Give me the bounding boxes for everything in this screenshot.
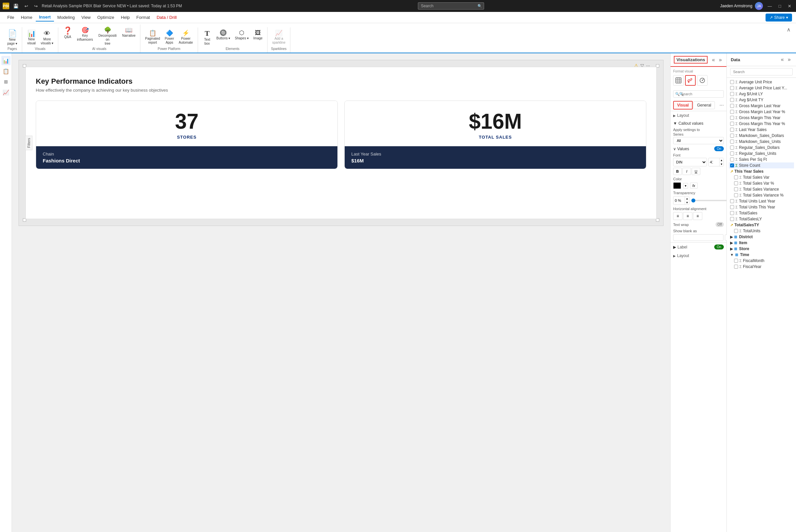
ribbon-buttons[interactable]: 🔘 Buttons ▾ (215, 28, 232, 42)
checkbox-regular-units[interactable] (730, 152, 734, 155)
data-item-gross-margin-ly-pct[interactable]: Σ Gross Margin Last Year % (729, 109, 794, 115)
series-select[interactable]: All (673, 137, 724, 144)
data-item-total-sales-var-pct[interactable]: Σ Total Sales Var % (733, 180, 794, 186)
data-item-total-sales-variance-pct[interactable]: Σ Total Sales Variance % (733, 192, 794, 198)
checkbox-store-count[interactable]: ✓ (730, 164, 734, 167)
checkbox-total-sales-variance[interactable] (734, 187, 738, 191)
ribbon-image[interactable]: 🖼 Image (251, 28, 265, 42)
menu-optimize[interactable]: Optimize (94, 14, 117, 21)
data-item-last-year-sales[interactable]: Σ Last Year Sales (729, 127, 794, 133)
data-item-gross-margin-ty[interactable]: Σ Gross Margin This Year (729, 115, 794, 121)
ribbon-decomposition-tree[interactable]: 🌳 Decompositiontree (96, 26, 120, 47)
checkbox-fiscal-year[interactable] (734, 265, 738, 269)
checkbox-total-sales-var-pct[interactable] (734, 181, 738, 185)
checkbox-fiscal-month[interactable] (734, 259, 738, 263)
format-icon-table[interactable] (673, 75, 684, 86)
checkbox-regular-dollars[interactable] (730, 146, 734, 150)
bold-button[interactable]: B (673, 168, 682, 175)
callout-values-header[interactable]: ▼ Callout values (673, 121, 724, 126)
values-toggle[interactable]: On (714, 146, 724, 151)
tab-visual[interactable]: Visual (673, 101, 693, 110)
checkbox-avg-unit-ty[interactable] (730, 98, 734, 102)
data-item-total-sales-variance[interactable]: Σ Total Sales Variance (733, 186, 794, 192)
ribbon-paginated-report[interactable]: 📋 Paginatedreport (143, 29, 162, 46)
menu-data-drill[interactable]: Data / Drill (153, 14, 180, 21)
checkbox-totalsalesly[interactable] (730, 217, 734, 221)
format-icon-analytics[interactable] (697, 75, 708, 86)
ribbon-new-page[interactable]: 📄 Newpage ▾ (5, 28, 19, 47)
data-item-avg-unit-price[interactable]: Σ Average Unit Price (729, 79, 794, 85)
show-blank-input[interactable] (673, 234, 723, 241)
save-button[interactable]: 💾 (11, 3, 20, 9)
menu-help[interactable]: Help (117, 14, 133, 21)
font-size-down[interactable]: ▼ (720, 162, 723, 166)
share-button[interactable]: ↗ Share ▾ (765, 14, 792, 21)
data-search-input[interactable] (730, 68, 793, 75)
minimize-button[interactable]: — (765, 3, 774, 9)
menu-insert[interactable]: Insert (36, 13, 54, 21)
menu-file[interactable]: File (4, 14, 18, 21)
ribbon-narrative[interactable]: 📖 Narrative (120, 26, 138, 39)
color-swatch[interactable] (673, 182, 681, 189)
checkbox-total-units-ly[interactable] (730, 199, 734, 203)
data-panel-collapse[interactable]: « (779, 56, 785, 63)
align-left-button[interactable]: ≡ (673, 212, 683, 220)
data-item-total-units-ty[interactable]: Σ Total Units This Year (729, 204, 794, 210)
ribbon-text-box[interactable]: T Textbox (201, 28, 214, 47)
font-size-up[interactable]: ▲ (720, 158, 723, 162)
undo-button[interactable]: ↩ (22, 3, 30, 9)
ribbon-power-automate[interactable]: ⚡ PowerAutomate (177, 29, 195, 46)
user-avatar[interactable]: JA (755, 2, 763, 10)
font-family-select[interactable]: DIN (673, 158, 707, 166)
data-item-store-count[interactable]: ✓ Σ Store Count (729, 163, 794, 168)
checkbox-totalsales[interactable] (730, 211, 734, 215)
data-item-fiscal-year[interactable]: Σ FiscalYear (733, 264, 794, 270)
transparency-input[interactable] (673, 197, 685, 204)
text-wrap-toggle[interactable]: Off (716, 222, 724, 227)
title-search-input[interactable] (418, 2, 484, 10)
data-item-avg-unit-ly[interactable]: Σ Avg $/Unit LY (729, 91, 794, 97)
format-icon-paintbrush[interactable] (685, 75, 696, 86)
checkbox-avg-unit-price-ly[interactable] (730, 86, 734, 90)
filters-tab[interactable]: Filters (25, 136, 33, 150)
checkbox-avg-unit-ly[interactable] (730, 92, 734, 96)
checkbox-avg-unit-price[interactable] (730, 80, 734, 84)
checkbox-total-units-ty[interactable] (730, 205, 734, 209)
ribbon-power-apps[interactable]: 🔷 PowerApps (163, 29, 176, 46)
checkbox-total-sales-variance-pct[interactable] (734, 193, 738, 197)
align-right-button[interactable]: ≡ (693, 212, 702, 220)
ribbon-more-visuals[interactable]: 👁 Morevisuals ▾ (39, 29, 55, 46)
left-sidebar-table-view[interactable]: 📋 (1, 66, 11, 76)
ribbon-new-visual[interactable]: 📊 Newvisual (25, 29, 38, 46)
tab-general[interactable]: General (693, 101, 715, 109)
viz-expand-button[interactable]: » (718, 56, 723, 63)
data-group-store[interactable]: ▶ ⊞ Store (729, 246, 794, 252)
data-group-item[interactable]: ▶ ⊞ Item (729, 240, 794, 246)
close-button[interactable]: ✕ (786, 3, 793, 9)
ribbon-shapes[interactable]: ⬡ Shapes ▾ (233, 28, 251, 42)
maximize-button[interactable]: □ (776, 3, 783, 9)
checkbox-gross-margin-ly-pct[interactable] (730, 110, 734, 114)
checkbox-sales-per-sq[interactable] (730, 157, 734, 162)
align-center-button[interactable]: ≡ (683, 212, 692, 220)
data-item-markdown-dollars[interactable]: Σ Markdown_Sales_Dollars (729, 133, 794, 139)
menu-home[interactable]: Home (18, 14, 36, 21)
data-item-regular-dollars[interactable]: Σ Regular_Sales_Dollars (729, 145, 794, 151)
data-item-total-units-ly[interactable]: Σ Total Units Last Year (729, 198, 794, 204)
data-item-totalsales[interactable]: Σ TotalSales (729, 210, 794, 216)
data-item-avg-unit-ty[interactable]: Σ Avg $/Unit TY (729, 97, 794, 103)
layout-section-2[interactable]: ▶ Layout (670, 251, 726, 260)
left-sidebar-model-view[interactable]: ⊞ (1, 77, 11, 87)
kpi-card-stores[interactable]: 37 STORES Chain Fashions Direct (36, 100, 338, 169)
menu-modeling[interactable]: Modeling (54, 14, 78, 21)
underline-button[interactable]: U (692, 168, 700, 175)
layout-section[interactable]: ▶ Layout (670, 111, 726, 120)
viz-collapse-button[interactable]: « (710, 56, 716, 63)
kpi-card-sales[interactable]: $16M TOTAL SALES Last Year Sales $16M (344, 100, 646, 169)
checkbox-totalunits[interactable] (734, 229, 738, 233)
checkbox-gross-margin-ty-pct[interactable] (730, 122, 734, 126)
data-group-totalsalesty[interactable]: ↗ TotalSalesTY (729, 222, 794, 228)
data-item-sales-per-sq[interactable]: Σ Sales Per Sq Ft (729, 156, 794, 163)
checkbox-last-year-sales[interactable] (730, 128, 734, 132)
redo-button[interactable]: ↪ (32, 3, 40, 9)
